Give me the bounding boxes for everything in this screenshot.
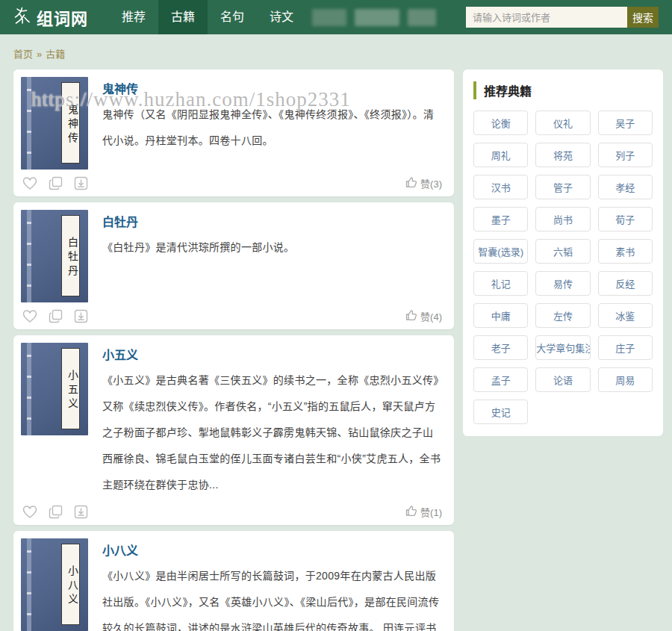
- recommended-book-link[interactable]: 智囊(选录): [473, 239, 528, 264]
- book-cover-image[interactable]: 小五义: [21, 343, 88, 435]
- like-count: 赞(4): [420, 309, 442, 323]
- book-title-link[interactable]: 小八义: [102, 541, 138, 559]
- nav-item[interactable]: 古籍: [158, 0, 208, 34]
- nav-item[interactable]: 诗文: [257, 0, 306, 34]
- copy-icon[interactable]: [49, 309, 63, 323]
- book-title-link[interactable]: 鬼神传: [102, 79, 138, 97]
- copy-icon[interactable]: [49, 505, 63, 519]
- recommended-book-link[interactable]: 礼记: [473, 271, 528, 296]
- breadcrumb-separator: »: [37, 49, 42, 60]
- recommended-book-link[interactable]: 管子: [535, 175, 590, 199]
- redacted-nav-item: [312, 9, 346, 26]
- download-icon[interactable]: [74, 176, 88, 190]
- book-spine: [27, 343, 31, 435]
- recommended-book-link[interactable]: 汉书: [473, 175, 528, 199]
- book-cover-image[interactable]: 小八义: [21, 538, 88, 631]
- recommended-book-link[interactable]: 左传: [535, 303, 590, 328]
- recommended-books-panel: 推荐典籍 论衡 仪礼 吴子 周礼 将苑 列子 汉书 管子 孝经 墨子: [463, 69, 663, 436]
- like-count: 赞(3): [420, 176, 442, 190]
- recommended-book-link[interactable]: 尚书: [535, 207, 590, 231]
- recommended-book-link[interactable]: 反经: [598, 271, 653, 296]
- recommended-book-link[interactable]: 孝经: [598, 175, 653, 199]
- recommended-book-link[interactable]: 庄子: [598, 335, 653, 360]
- book-description: 《小八义》是由半闲居士所写的长篇鼓词，于2009年在内蒙古人民出版社出版。《小八…: [102, 563, 442, 631]
- sidebar-heading: 推荐典籍: [473, 81, 653, 99]
- content-area: 鬼神传 鬼神传 鬼神传（又名《阴阳显报鬼神全传》、《鬼神传终须报》、《终须报》）…: [0, 69, 672, 631]
- recommended-book-link[interactable]: 易传: [535, 271, 590, 296]
- redacted-nav-item: [408, 9, 436, 26]
- recommended-book-link[interactable]: 素书: [598, 239, 653, 264]
- top-navbar: 组词网 推荐 古籍 名句 诗文 搜索: [0, 0, 672, 34]
- copy-icon[interactable]: [49, 176, 63, 190]
- favorite-heart-icon[interactable]: [22, 176, 37, 190]
- book-card: 小八义 小八义 《小八义》是由半闲居士所写的长篇鼓词，于2009年在内蒙古人民出…: [13, 531, 454, 631]
- site-logo[interactable]: 组词网: [12, 0, 88, 34]
- book-spine: [27, 538, 31, 631]
- favorite-heart-icon[interactable]: [22, 505, 37, 519]
- recommended-book-link[interactable]: 周易: [598, 367, 653, 392]
- recommended-book-link[interactable]: 周礼: [473, 143, 528, 167]
- book-card: 鬼神传 鬼神传 鬼神传（又名《阴阳显报鬼神全传》、《鬼神传终须报》、《终须报》）…: [13, 69, 454, 196]
- breadcrumb-current: 古籍: [46, 49, 65, 60]
- book-cover-label: 白牡丹: [61, 215, 80, 296]
- like-button[interactable]: 赞(3): [405, 176, 442, 190]
- breadcrumb-home-link[interactable]: 首页: [13, 49, 33, 60]
- recommended-book-link[interactable]: 史记: [473, 400, 528, 424]
- recommended-book-link[interactable]: 孟子: [473, 367, 528, 392]
- book-cover-image[interactable]: 鬼神传: [21, 77, 88, 170]
- recommended-book-link[interactable]: 老子: [473, 335, 528, 360]
- recommended-book-link[interactable]: 仪礼: [535, 111, 590, 135]
- recommended-book-link[interactable]: 荀子: [598, 207, 653, 231]
- recommended-book-link[interactable]: 论语: [535, 367, 590, 392]
- recommended-book-link[interactable]: 吴子: [598, 111, 653, 135]
- recommended-book-link[interactable]: 中庸: [473, 303, 528, 328]
- book-card: 小五义 小五义 《小五义》是古典名著《三侠五义》的续书之一，全称《忠烈小五义传》…: [13, 335, 454, 525]
- book-cover-label: 小五义: [61, 348, 80, 429]
- recommended-book-link[interactable]: 论衡: [473, 111, 528, 135]
- thumbs-up-icon: [405, 309, 417, 323]
- recommended-books-grid: 论衡 仪礼 吴子 周礼 将苑 列子 汉书 管子 孝经 墨子 尚书 荀子: [473, 111, 653, 424]
- nav-item[interactable]: 名句: [208, 0, 257, 34]
- book-title-link[interactable]: 白牡丹: [102, 212, 138, 230]
- thumbs-up-icon: [405, 505, 417, 519]
- book-cover-label: 小八义: [61, 544, 80, 625]
- recommended-book-link[interactable]: 六韬: [535, 239, 590, 264]
- book-description: 鬼神传（又名《阴阳显报鬼神全传》、《鬼神传终须报》、《终须报》）。清代小说。丹柱…: [102, 102, 442, 154]
- book-cover-label: 鬼神传: [61, 82, 80, 164]
- recommended-book-link[interactable]: 列子: [598, 143, 653, 167]
- site-title: 组词网: [37, 5, 88, 29]
- like-count: 赞(1): [420, 505, 442, 519]
- nav-item[interactable]: 推荐: [109, 0, 158, 34]
- book-title-link[interactable]: 小五义: [102, 345, 138, 363]
- recommended-book-link[interactable]: 墨子: [473, 207, 528, 231]
- search-box: 搜索: [466, 0, 659, 34]
- book-spine: [27, 210, 31, 302]
- book-card: 白牡丹 白牡丹 《白牡丹》是清代洪琮所撰的一部小说。: [13, 202, 454, 329]
- book-description: 《小五义》是古典名著《三侠五义》的续书之一，全称《忠烈小五义传》又称《续忠烈侠义…: [102, 367, 442, 498]
- recommended-book-link[interactable]: 冰鉴: [598, 303, 653, 328]
- breadcrumb: 首页»古籍: [0, 34, 672, 69]
- redacted-nav-item: [355, 9, 399, 26]
- like-button[interactable]: 赞(1): [405, 505, 442, 519]
- download-icon[interactable]: [74, 505, 88, 519]
- redacted-nav-group: [312, 0, 436, 34]
- book-list: 鬼神传 鬼神传 鬼神传（又名《阴阳显报鬼神全传》、《鬼神传终须报》、《终须报》）…: [13, 69, 454, 631]
- main-nav: 推荐 古籍 名句 诗文: [109, 0, 306, 34]
- recommended-book-link[interactable]: 将苑: [535, 143, 590, 167]
- search-input[interactable]: [466, 7, 627, 28]
- book-cover-image[interactable]: 白牡丹: [21, 210, 88, 302]
- recommended-book-link[interactable]: 大学章句集注: [535, 335, 590, 360]
- thumbs-up-icon: [405, 176, 417, 190]
- favorite-heart-icon[interactable]: [22, 309, 37, 323]
- logo-icon: [12, 6, 31, 28]
- book-spine: [27, 77, 31, 170]
- like-button[interactable]: 赞(4): [405, 309, 442, 323]
- book-description: 《白牡丹》是清代洪琮所撰的一部小说。: [102, 234, 442, 261]
- search-button[interactable]: 搜索: [627, 7, 659, 28]
- download-icon[interactable]: [74, 309, 88, 323]
